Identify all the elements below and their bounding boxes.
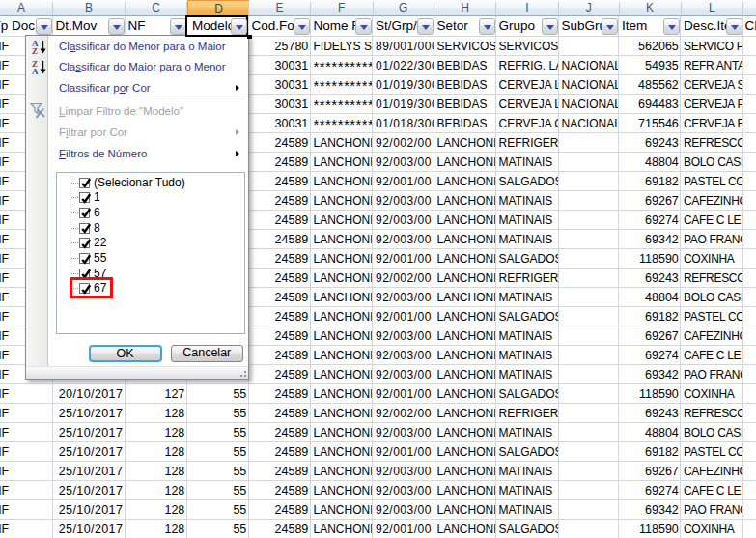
svg-text:A: A [32, 67, 39, 75]
svg-text:Z: Z [32, 46, 38, 55]
